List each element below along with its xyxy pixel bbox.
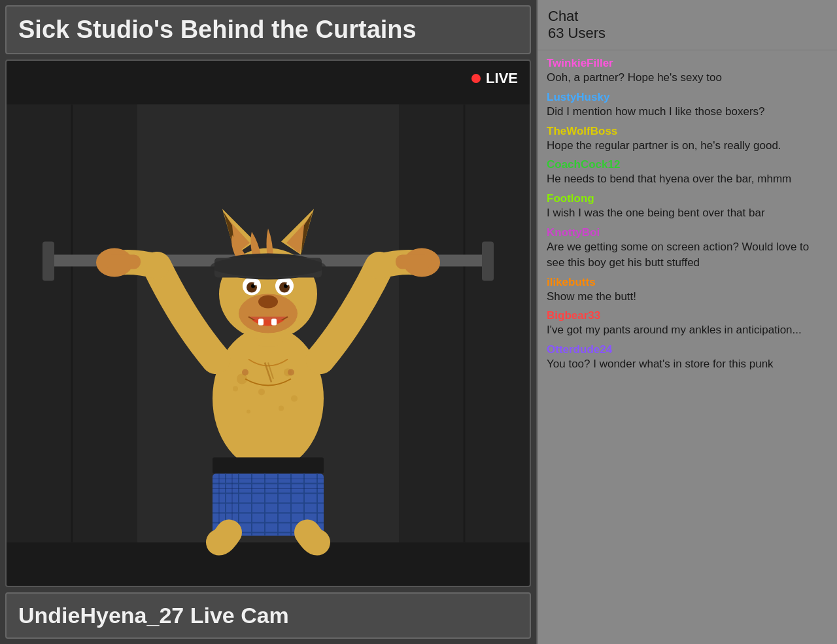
svg-point-41 [288,369,294,376]
svg-point-35 [211,256,326,277]
chat-username: TheWolfBoss [547,125,828,138]
video-container: LIVE [5,59,531,587]
svg-point-9 [213,327,324,471]
svg-point-64 [247,410,250,414]
chat-message-entry: Otterdude24You too? I wonder what's in s… [547,343,828,372]
chat-message-entry: FootlongI wish I was the one being bent … [547,192,828,221]
svg-rect-26 [271,319,277,326]
chat-message-entry: KnottyBoiAre we getting some on screen a… [547,226,828,271]
svg-point-12 [258,389,265,396]
svg-point-65 [279,406,284,411]
chat-panel: Chat 63 Users TwinkieFillerOoh, a partne… [536,0,837,644]
svg-rect-37 [105,255,141,269]
chat-messages[interactable]: TwinkieFillerOoh, a partner? Hope he's s… [538,50,837,644]
svg-rect-7 [43,242,54,281]
left-panel: Sick Studio's Behind the Curtains LIVE [0,0,536,644]
chat-username: TwinkieFiller [547,57,828,70]
live-label: LIVE [486,70,518,87]
svg-point-23 [254,283,256,286]
chat-message-text: I wish I was the one being bent over tha… [547,205,828,221]
live-badge: LIVE [471,70,518,87]
chat-message-text: Did I mention how much I like those boxe… [547,104,828,120]
svg-rect-8 [482,242,494,281]
chat-message-entry: ilikebuttsShow me the butt! [547,276,828,305]
chat-username: ilikebutts [547,276,828,289]
streamer-label: UndieHyena_27 Live Cam [18,603,289,628]
svg-rect-25 [258,319,264,326]
chat-message-text: Ooh, a partner? Hope he's sexy too [547,70,828,86]
chat-header: Chat 63 Users [538,0,837,50]
svg-point-63 [291,396,298,402]
svg-point-16 [258,296,278,309]
chat-username: KnottyBoi [547,226,828,239]
stream-title: Sick Studio's Behind the Curtains [18,16,417,43]
chat-username: Bigbear33 [547,309,828,322]
chat-message-entry: CoachCock12He needs to bend that hyena o… [547,158,828,187]
chat-message-text: He needs to bend that hyena over the bar… [547,171,828,187]
chat-username: Otterdude24 [547,343,828,356]
chat-message-entry: Bigbear33I've got my pants around my ank… [547,309,828,338]
chat-message-text: Show me the butt! [547,289,828,305]
chat-message-text: You too? I wonder what's in store for th… [547,356,828,372]
chat-title: Chat [548,8,827,25]
svg-point-40 [242,369,248,376]
chat-username: LustyHusky [547,91,828,104]
streamer-label-box: UndieHyena_27 Live Cam [5,592,531,639]
chat-message-text: I've got my pants around my ankles in an… [547,322,828,338]
svg-rect-39 [396,255,432,269]
stream-title-box: Sick Studio's Behind the Curtains [5,5,531,54]
chat-username: Footlong [547,192,828,205]
chat-message-entry: LustyHuskyDid I mention how much I like … [547,91,828,120]
chat-message-entry: TheWolfBossHope the regular partner is o… [547,125,828,154]
chat-message-text: Are we getting some on screen action? Wo… [547,239,828,271]
chat-message-entry: TwinkieFillerOoh, a partner? Hope he's s… [547,57,828,86]
live-indicator [471,74,481,83]
stream-illustration [7,61,530,586]
svg-rect-42 [213,458,324,474]
chat-username: CoachCock12 [547,158,828,171]
chat-users-count: 63 Users [548,25,827,42]
chat-message-text: Hope the regular partner is on, he's rea… [547,138,828,154]
svg-point-62 [233,386,238,392]
svg-point-24 [286,283,289,286]
